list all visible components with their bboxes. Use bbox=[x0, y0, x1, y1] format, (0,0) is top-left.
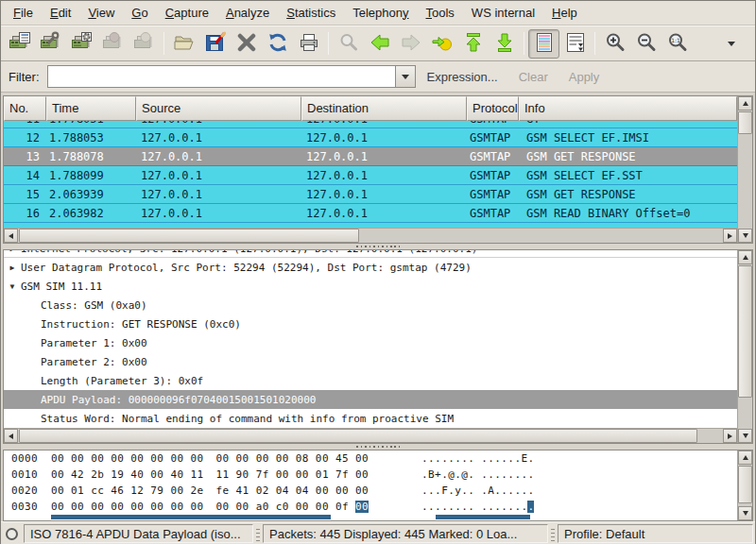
save-file-button[interactable] bbox=[199, 29, 231, 59]
bottom-arrow-icon bbox=[493, 31, 516, 57]
status-bar: ISO 7816-4 APDU Data Payload (iso... Pac… bbox=[1, 521, 755, 544]
print-button[interactable] bbox=[293, 29, 324, 59]
packet-row-partial[interactable]: 11 1.778051 127.0.0.1 127.0.0.1 GSMTAP G… bbox=[4, 121, 737, 128]
triangle-down-icon bbox=[743, 511, 748, 516]
packet-list-vscrollbar[interactable] bbox=[737, 96, 752, 243]
menu-analyze[interactable]: Analyze bbox=[217, 2, 278, 25]
column-header-info[interactable]: Info bbox=[519, 96, 737, 121]
hex-line[interactable]: 002000 01 cc 46 12 79 00 2efe 41 02 04 0… bbox=[11, 483, 737, 499]
hscroll-thumb[interactable] bbox=[19, 229, 359, 243]
svg-text:1:1: 1:1 bbox=[671, 37, 680, 43]
reload-button[interactable] bbox=[262, 29, 293, 59]
menu-ws-internal[interactable]: WS internal bbox=[463, 2, 543, 25]
packet-row-selected[interactable]: 13 1.788078 127.0.0.1 127.0.0.1 GSMTAP G… bbox=[4, 147, 737, 166]
scroll-up-button[interactable] bbox=[738, 96, 752, 110]
find-packet-button[interactable] bbox=[333, 29, 364, 59]
hex-vscrollbar[interactable] bbox=[737, 450, 752, 520]
zoom-out-button[interactable] bbox=[630, 29, 662, 59]
details-hscrollbar[interactable] bbox=[4, 428, 737, 443]
scroll-up-button[interactable] bbox=[738, 450, 752, 465]
menu-view[interactable]: View bbox=[79, 2, 123, 25]
expert-info-icon[interactable] bbox=[6, 528, 18, 540]
go-to-packet-button[interactable] bbox=[426, 29, 457, 59]
expression-button[interactable]: Expression... bbox=[427, 70, 498, 84]
apply-button[interactable]: Apply bbox=[569, 70, 600, 84]
capture-restart-icon bbox=[133, 31, 156, 57]
tree-row-gsm-sim[interactable]: ▼GSM SIM 11.11 bbox=[4, 277, 737, 296]
vscroll-thumb[interactable] bbox=[738, 466, 752, 503]
toolbar-overflow-button[interactable] bbox=[715, 29, 747, 59]
capture-options-button[interactable] bbox=[35, 29, 66, 59]
column-header-no[interactable]: No. bbox=[4, 96, 46, 121]
menu-telephony[interactable]: Telephony bbox=[344, 2, 417, 25]
tree-row-class[interactable]: Class: GSM (0xa0) bbox=[4, 296, 737, 314]
triangle-up-icon bbox=[743, 255, 748, 260]
close-file-button[interactable] bbox=[231, 29, 262, 59]
packet-row[interactable]: 12 1.788053 127.0.0.1 127.0.0.1 GSMTAP G… bbox=[4, 128, 737, 147]
menu-edit[interactable]: Edit bbox=[42, 2, 79, 25]
menu-statistics[interactable]: Statistics bbox=[278, 2, 344, 25]
tree-row-udp[interactable]: ▶User Datagram Protocol, Src Port: 52294… bbox=[4, 258, 737, 277]
tree-row-parameter2[interactable]: Parameter 2: 0x00 bbox=[4, 352, 737, 371]
colorize-toggle-button[interactable] bbox=[528, 29, 559, 59]
scroll-left-button[interactable] bbox=[4, 429, 18, 443]
scroll-left-button[interactable] bbox=[4, 229, 18, 243]
go-to-bottom-button[interactable] bbox=[489, 29, 520, 59]
scroll-right-button[interactable] bbox=[723, 429, 737, 443]
expander-collapsed-icon[interactable]: ▶ bbox=[4, 264, 21, 272]
hex-line[interactable]: 003000 00 00 00 00 00 00 0000 00 a0 c0 0… bbox=[11, 499, 737, 515]
capture-restart-button[interactable] bbox=[129, 29, 160, 59]
capture-stop-button[interactable] bbox=[97, 29, 129, 59]
column-header-time[interactable]: Time bbox=[46, 96, 136, 121]
zoom-in-button[interactable] bbox=[599, 29, 630, 59]
menu-capture[interactable]: Capture bbox=[157, 2, 217, 25]
list-interfaces-button[interactable] bbox=[4, 29, 35, 59]
toolbar-separator bbox=[163, 32, 164, 55]
hex-line[interactable]: 000000 00 00 00 00 00 00 0000 00 00 00 0… bbox=[11, 450, 737, 467]
packet-row[interactable]: 16 2.063982 127.0.0.1 127.0.0.1 GSMTAP G… bbox=[4, 204, 737, 223]
clear-button[interactable]: Clear bbox=[519, 70, 548, 84]
tree-row-apdu-payload-selected[interactable]: APDU Payload: 000000096f0704001500150102… bbox=[4, 390, 737, 409]
vscroll-thumb[interactable] bbox=[738, 265, 752, 398]
menu-bar: File Edit View Go Capture Analyze Statis… bbox=[1, 1, 755, 26]
menu-tools[interactable]: Tools bbox=[418, 2, 463, 25]
scroll-down-button[interactable] bbox=[738, 229, 752, 243]
go-back-button[interactable] bbox=[364, 29, 395, 59]
tree-row-instruction[interactable]: Instruction: GET RESPONSE (0xc0) bbox=[4, 314, 737, 333]
menu-help[interactable]: Help bbox=[543, 2, 586, 25]
scroll-right-button[interactable] bbox=[723, 229, 737, 243]
column-header-protocol[interactable]: Protocol bbox=[467, 96, 519, 121]
hex-line[interactable]: 001000 42 2b 19 40 00 40 1111 90 7f 00 0… bbox=[11, 467, 737, 483]
vscroll-thumb[interactable] bbox=[738, 111, 752, 134]
expander-expanded-icon[interactable]: ▼ bbox=[4, 282, 21, 291]
packet-row[interactable]: 14 1.788099 127.0.0.1 127.0.0.1 GSMTAP G… bbox=[4, 166, 737, 185]
column-header-destination[interactable]: Destination bbox=[301, 96, 467, 121]
column-header-source[interactable]: Source bbox=[136, 96, 301, 121]
capture-start-button[interactable] bbox=[66, 29, 97, 59]
menu-go[interactable]: Go bbox=[123, 2, 156, 25]
scroll-down-button[interactable] bbox=[738, 506, 752, 520]
tree-row-status-word[interactable]: Status Word: Normal ending of command wi… bbox=[4, 409, 737, 428]
menu-file[interactable]: File bbox=[5, 2, 42, 25]
triangle-left-icon bbox=[9, 233, 13, 239]
go-to-top-button[interactable] bbox=[457, 29, 489, 59]
packet-list-hscrollbar[interactable] bbox=[4, 228, 737, 243]
details-vscrollbar[interactable] bbox=[737, 250, 752, 443]
filter-input[interactable] bbox=[47, 65, 395, 88]
auto-scroll-toggle-button[interactable] bbox=[559, 29, 591, 59]
scroll-up-button[interactable] bbox=[738, 250, 752, 264]
selected-byte[interactable]: 00 bbox=[355, 501, 369, 513]
tree-row-length[interactable]: Length (Parameter 3): 0x0f bbox=[4, 371, 737, 390]
top-arrow-icon bbox=[462, 31, 485, 57]
status-field-info: ISO 7816-4 APDU Data Payload (iso... bbox=[24, 524, 253, 543]
filter-combo-button[interactable] bbox=[395, 65, 416, 88]
zoom-normal-button[interactable]: 1:1 bbox=[662, 29, 693, 59]
hscroll-thumb[interactable] bbox=[19, 429, 697, 443]
packet-row[interactable]: 15 2.063939 127.0.0.1 127.0.0.1 GSMTAP G… bbox=[4, 185, 737, 204]
go-forward-button[interactable] bbox=[395, 29, 426, 59]
scroll-down-button[interactable] bbox=[738, 429, 752, 443]
tree-row-partial[interactable]: ▶Internet Protocol, Src: 127.0.0.1 (127.… bbox=[4, 250, 737, 258]
tree-row-parameter1[interactable]: Parameter 1: 0x00 bbox=[4, 333, 737, 352]
forward-arrow-icon bbox=[400, 31, 422, 57]
open-file-button[interactable] bbox=[168, 29, 199, 59]
